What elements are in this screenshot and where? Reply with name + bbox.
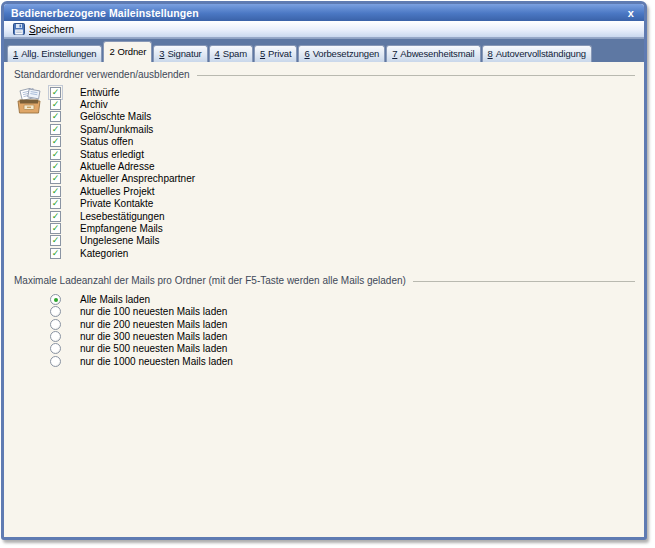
section-title: Maximale Ladeanzahl der Mails pro Ordner… [14, 275, 406, 286]
tab-vorbesetzungen[interactable]: 6Vorbesetzungen [298, 45, 385, 62]
folder-row: ✓Private Kontakte [50, 198, 636, 210]
archive-drawer-icon [14, 88, 44, 115]
folder-row: ✓Spam/Junkmails [50, 123, 636, 135]
checkbox-lesebestaetigungen[interactable]: ✓ [50, 211, 61, 222]
folder-row: ✓Aktueller Ansprechpartner [50, 173, 636, 185]
check-icon: ✓ [52, 187, 60, 196]
radio-200-mails[interactable] [50, 319, 61, 330]
check-icon: ✓ [52, 100, 60, 109]
folder-row: ✓Kategorien [50, 247, 636, 259]
radio-row: nur die 500 neuesten Mails laden [50, 343, 636, 355]
tab-signatur[interactable]: 3Signatur [153, 45, 207, 62]
save-button[interactable]: Speichern [13, 23, 74, 35]
radio-300-mails[interactable] [50, 331, 61, 342]
tab-allg-einstellungen[interactable]: 1Allg. Einstellungen [7, 45, 102, 62]
tab-strip: 1Allg. Einstellungen 2Ordner 3Signatur 4… [4, 38, 644, 62]
load-count-group: Maximale Ladeanzahl der Mails pro Ordner… [14, 275, 636, 367]
folder-row: ✓Status erledigt [50, 148, 636, 160]
radio-row: nur die 1000 neuesten Mails laden [50, 355, 636, 367]
checkbox-entwuerfe[interactable]: ✓ [50, 87, 61, 98]
radio-row: nur die 300 neuesten Mails laden [50, 330, 636, 342]
check-icon: ✓ [52, 249, 60, 258]
check-icon: ✓ [52, 125, 60, 134]
folder-row: ✓Empfangene Mails [50, 222, 636, 234]
folder-checkbox-list: ✓Entwürfe ✓Archiv ✓Gelöschte Mails ✓Spam… [50, 86, 636, 259]
check-icon: ✓ [52, 199, 60, 208]
checkbox-aktuelle-adresse[interactable]: ✓ [50, 161, 61, 172]
radio-row: Alle Mails laden [50, 293, 636, 305]
toolbar: Speichern [4, 21, 644, 38]
section-rule [197, 75, 635, 76]
checkbox-aktueller-ansprechpartner[interactable]: ✓ [50, 173, 61, 184]
checkbox-geloeschte-mails[interactable]: ✓ [50, 111, 61, 122]
tab-spam[interactable]: 4Spam [209, 45, 253, 62]
folder-row: ✓Gelöschte Mails [50, 111, 636, 123]
checkbox-status-erledigt[interactable]: ✓ [50, 149, 61, 160]
radio-1000-mails[interactable] [50, 356, 61, 367]
folders-group: ✓Entwürfe ✓Archiv ✓Gelöschte Mails ✓Spam… [14, 86, 636, 259]
tab-abwesenheitsmail[interactable]: 7Abwesenheitsmail [386, 45, 480, 62]
section-header-ladeanzahl: Maximale Ladeanzahl der Mails pro Ordner… [14, 275, 636, 286]
radio-alle-mails[interactable] [50, 294, 61, 305]
tab-autovervollstaendigung[interactable]: 8Autovervollständigung [482, 45, 592, 62]
floppy-disk-icon [13, 23, 25, 35]
radio-100-mails[interactable] [50, 306, 61, 317]
folder-row: ✓Archiv [50, 98, 636, 110]
window-titlebar: Bedienerbezogene Maileinstellungen x [4, 4, 644, 21]
radio-row: nur die 200 neuesten Mails laden [50, 318, 636, 330]
check-icon: ✓ [52, 162, 60, 171]
section-title: Standardordner verwenden/ausblenden [14, 69, 190, 80]
checkbox-kategorien[interactable]: ✓ [50, 248, 61, 259]
close-icon[interactable]: x [625, 7, 637, 19]
folder-row: ✓Entwürfe [50, 86, 636, 98]
load-count-options: Alle Mails laden nur die 100 neuesten Ma… [50, 293, 636, 367]
checkbox-aktuelles-projekt[interactable]: ✓ [50, 186, 61, 197]
folder-row: ✓Status offen [50, 136, 636, 148]
check-icon: ✓ [52, 137, 60, 146]
settings-dialog: Bedienerbezogene Maileinstellungen x Spe… [1, 1, 647, 540]
folder-row: ✓Aktuelles Projekt [50, 185, 636, 197]
checkbox-status-offen[interactable]: ✓ [50, 136, 61, 147]
tab-ordner[interactable]: 2Ordner [103, 41, 152, 62]
section-rule [413, 281, 635, 282]
radio-row: nur die 100 neuesten Mails laden [50, 306, 636, 318]
folder-row: ✓Lesebestätigungen [50, 210, 636, 222]
check-icon: ✓ [52, 212, 60, 221]
folder-row: ✓Aktuelle Adresse [50, 160, 636, 172]
checkbox-empfangene-mails[interactable]: ✓ [50, 223, 61, 234]
checkbox-archiv[interactable]: ✓ [50, 99, 61, 110]
tab-privat[interactable]: 5Privat [254, 45, 298, 62]
check-icon: ✓ [52, 88, 60, 97]
check-icon: ✓ [52, 174, 60, 183]
window-title: Bedienerbezogene Maileinstellungen [11, 7, 625, 19]
tab-panel-ordner: Standardordner verwenden/ausblenden [4, 62, 644, 537]
radio-500-mails[interactable] [50, 343, 61, 354]
folder-row: ✓Ungelesene Mails [50, 235, 636, 247]
section-header-standardordner: Standardordner verwenden/ausblenden [14, 69, 636, 80]
checkbox-private-kontakte[interactable]: ✓ [50, 198, 61, 209]
checkbox-spam-junkmails[interactable]: ✓ [50, 124, 61, 135]
check-icon: ✓ [52, 150, 60, 159]
checkbox-ungelesene-mails[interactable]: ✓ [50, 235, 61, 246]
save-button-label: Speichern [29, 24, 74, 35]
check-icon: ✓ [52, 236, 60, 245]
check-icon: ✓ [52, 224, 60, 233]
check-icon: ✓ [52, 112, 60, 121]
